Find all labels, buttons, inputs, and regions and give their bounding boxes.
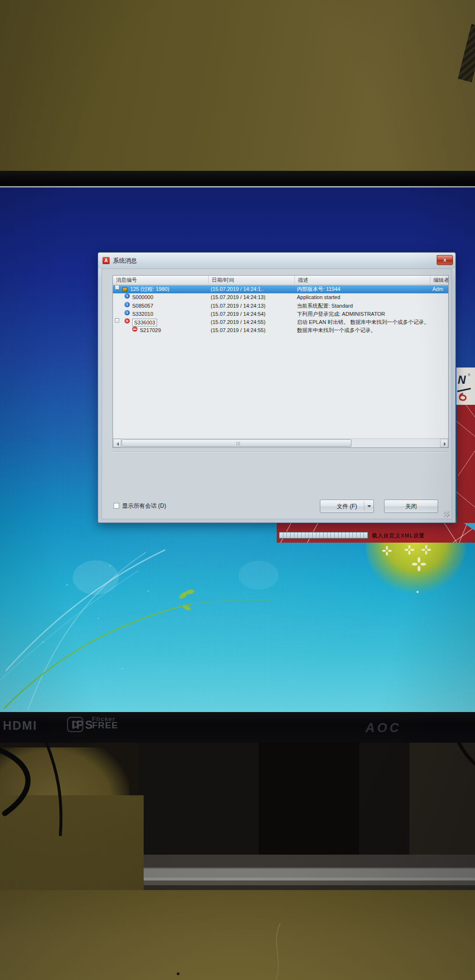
progress-segment bbox=[331, 533, 334, 538]
datetime-cell: (15.07.2019 / 14:24:13) bbox=[211, 293, 265, 301]
show-all-sessions-label: 显示所有会话 (D) bbox=[122, 502, 166, 510]
progress-segment bbox=[317, 533, 320, 538]
progress-bar bbox=[279, 532, 368, 539]
resize-grip[interactable] bbox=[444, 512, 450, 517]
message-row[interactable]: i S332010 (15.07.2019 / 14:24:54) 下列用户登录… bbox=[113, 310, 448, 318]
hdmi-badge: HDMI bbox=[3, 719, 37, 733]
message-id-cell: S085057 bbox=[132, 302, 153, 310]
progress-segment bbox=[320, 533, 323, 538]
datetime-cell: (15.07.2019 / 14:24:54) bbox=[211, 310, 265, 318]
progress-segment bbox=[328, 533, 331, 538]
photo-of-monitor: N ® 载入自定义XML设置 bbox=[0, 0, 475, 980]
progress-segment bbox=[357, 533, 360, 538]
progress-segment bbox=[361, 533, 364, 538]
monitor-top-bezel bbox=[0, 171, 475, 188]
progress-segment bbox=[346, 533, 349, 538]
blocked-icon bbox=[132, 326, 137, 332]
system-messages-dialog: A 系统消息 x 消息编号日期/时间描述编辑者 - 125 (过程: 1980)… bbox=[98, 252, 456, 523]
scroll-right-icon[interactable] bbox=[440, 439, 448, 447]
column-header[interactable]: 消息编号 bbox=[113, 276, 209, 285]
description-cell: 下列用户登录完成: ADMINISTRATOR bbox=[297, 310, 385, 318]
close-icon[interactable]: x bbox=[437, 255, 453, 265]
datetime-cell: (15.07.2019 / 14:24:13) bbox=[211, 302, 265, 310]
area-below-monitor bbox=[0, 743, 475, 980]
eplan-logo-letter: N bbox=[458, 374, 466, 387]
description-cell: 当前系统配置: Standard bbox=[297, 302, 353, 310]
cables bbox=[0, 743, 475, 980]
list-header: 消息编号日期/时间描述编辑者 bbox=[113, 276, 448, 285]
eplan-splash-red-panel bbox=[456, 405, 475, 523]
column-header[interactable]: 日期/时间 bbox=[209, 276, 295, 285]
message-row[interactable]: i S085057 (15.07.2019 / 14:24:13) 当前系统配置… bbox=[113, 302, 448, 310]
close-button[interactable]: 关闭 bbox=[384, 500, 438, 513]
message-id-cell: S217029 bbox=[140, 326, 161, 334]
file-button-label: 文件 (F) bbox=[337, 503, 357, 510]
free-label: FREE bbox=[92, 722, 118, 728]
progress-segment bbox=[291, 533, 294, 538]
flicker-free-badge: Flicker FREE bbox=[92, 716, 118, 728]
progress-segment bbox=[283, 533, 287, 538]
error-icon: x bbox=[124, 318, 130, 323]
horizontal-scrollbar[interactable] bbox=[113, 438, 448, 447]
description-cell: Application started bbox=[297, 293, 340, 301]
description-cell: 数据库中未找到一个或多个记录。 bbox=[297, 326, 376, 334]
aoc-logo: AOC bbox=[365, 721, 401, 735]
eplan-logo-band: N ® bbox=[456, 368, 475, 405]
datetime-cell: (15.07.2019 / 14:24:55) bbox=[211, 318, 265, 326]
progress-segment bbox=[324, 533, 327, 538]
progress-segment bbox=[294, 533, 298, 538]
message-list-body: - 125 (过程: 1980) (15.07.2019 / 14:24:1..… bbox=[113, 285, 448, 335]
dialog-title: 系统消息 bbox=[113, 257, 137, 265]
wall-background bbox=[0, 0, 475, 171]
progress-segment bbox=[302, 533, 305, 538]
datetime-cell: (15.07.2019 / 14:24:1.. bbox=[211, 285, 264, 293]
message-id-cell: 125 (过程: 1980) bbox=[130, 285, 169, 293]
monitor-bottom-bezel: HDMI IPS D Flicker FREE AOC bbox=[0, 712, 475, 743]
progress-segment bbox=[280, 533, 283, 538]
message-row[interactable]: S217029 (15.07.2019 / 14:24:55) 数据库中未找到一… bbox=[113, 326, 448, 334]
displayport-icon: D bbox=[67, 717, 83, 732]
progress-segment bbox=[287, 533, 290, 538]
scrollbar-thumb[interactable] bbox=[122, 439, 351, 447]
progress-segment bbox=[309, 533, 312, 538]
info-icon: i bbox=[124, 293, 130, 299]
tree-collapse-toggle[interactable]: - bbox=[115, 318, 119, 323]
datetime-cell: (15.07.2019 / 14:24:55) bbox=[211, 326, 265, 334]
progress-segment bbox=[364, 533, 367, 538]
scroll-left-icon[interactable] bbox=[113, 439, 121, 447]
eplan-red-glyph bbox=[456, 388, 475, 404]
progress-segment bbox=[342, 533, 345, 538]
progress-segment bbox=[335, 533, 338, 538]
message-row[interactable]: i S000000 (15.07.2019 / 14:24:13) Applic… bbox=[113, 293, 448, 301]
message-id-cell: S332010 bbox=[132, 310, 153, 318]
progress-segment bbox=[350, 533, 353, 538]
registered-mark: ® bbox=[468, 373, 470, 377]
show-all-sessions-checkbox[interactable] bbox=[113, 503, 119, 509]
splash-wireframe-lines bbox=[456, 405, 475, 523]
message-row[interactable]: - 125 (过程: 1980) (15.07.2019 / 14:24:1..… bbox=[113, 285, 448, 293]
message-list[interactable]: 消息编号日期/时间描述编辑者 - 125 (过程: 1980) (15.07.2… bbox=[113, 275, 449, 448]
progress-segment bbox=[353, 533, 356, 538]
eplan-app-icon: A bbox=[102, 257, 110, 264]
editor-cell: Adm bbox=[432, 285, 443, 293]
description-cell: 启动 EPLAN 时出错。 数据库中未找到一个或多个记录。 bbox=[297, 318, 429, 326]
dialog-titlebar[interactable]: A 系统消息 x bbox=[98, 253, 455, 268]
file-button[interactable]: 文件 (F) bbox=[320, 500, 374, 513]
splash-loading-text: 载入自定义XML设置 bbox=[372, 532, 425, 539]
info-icon: i bbox=[124, 302, 130, 307]
progress-segment bbox=[305, 533, 309, 538]
eplan-splash-right-sliver: N ® bbox=[456, 368, 475, 523]
message-row[interactable]: - x S336003 (15.07.2019 / 14:24:55) 启动 E… bbox=[113, 318, 448, 326]
session-icon bbox=[122, 287, 127, 292]
info-icon: i bbox=[124, 310, 130, 315]
column-header[interactable]: 编辑者 bbox=[430, 276, 449, 285]
message-id-cell: S336003 bbox=[132, 319, 157, 326]
progress-segment bbox=[298, 533, 301, 538]
dialog-client-area: 消息编号日期/时间描述编辑者 - 125 (过程: 1980) (15.07.2… bbox=[102, 268, 452, 519]
separator-line bbox=[113, 451, 449, 452]
tree-collapse-toggle[interactable]: - bbox=[115, 285, 119, 290]
column-header[interactable]: 描述 bbox=[295, 276, 430, 285]
chevron-down-icon[interactable] bbox=[367, 505, 371, 509]
message-id-cell: S000000 bbox=[132, 293, 153, 301]
progress-segment bbox=[339, 533, 342, 538]
